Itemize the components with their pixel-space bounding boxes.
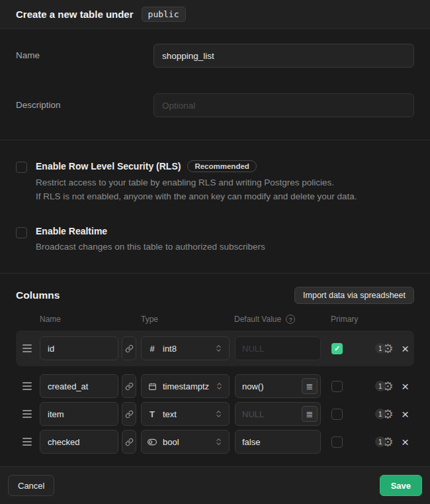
default-value-field: ≣: [235, 374, 321, 398]
default-value-field: [235, 336, 321, 360]
delete-column-icon[interactable]: ×: [402, 436, 409, 448]
column-row-id: # int8 ✓ 1 ⚙ ×: [16, 330, 414, 366]
rls-title-row: Enable Row Level Security (RLS) Recommen…: [36, 160, 357, 172]
column-type-select[interactable]: T text: [141, 402, 230, 426]
column-type-select[interactable]: bool: [141, 430, 230, 454]
columns-section: Columns Import data via spreadsheet Name…: [0, 274, 430, 461]
foreign-key-link-icon[interactable]: [122, 430, 136, 454]
column-type-select[interactable]: timestamptz: [141, 374, 230, 398]
default-value-field: [235, 430, 321, 454]
rls-description-line2: If RLS is not enabled, anyone with the a…: [36, 189, 357, 203]
rls-checkbox[interactable]: [16, 162, 27, 173]
toggle-icon: [148, 438, 157, 446]
default-value-input[interactable]: [236, 375, 302, 397]
calendar-icon: [148, 382, 157, 391]
settings-count-badge: 1: [375, 381, 386, 391]
column-name-input[interactable]: [40, 336, 118, 360]
suggestions-list-icon[interactable]: ≣: [302, 406, 318, 422]
modal-footer: Cancel Save: [0, 466, 430, 504]
name-row: Name: [16, 44, 414, 68]
drag-handle-icon[interactable]: [22, 410, 32, 418]
delete-column-icon[interactable]: ×: [402, 342, 409, 355]
rls-description-line1: Restrict access to your table by enablin…: [36, 176, 357, 189]
table-name-input[interactable]: [153, 44, 414, 68]
primary-checkbox[interactable]: [331, 381, 343, 392]
rls-label: Enable Row Level Security (RLS): [36, 161, 181, 172]
column-table-headers: Name Type Default Value ? Primary: [16, 313, 414, 325]
realtime-title-row: Enable Realtime: [36, 226, 265, 236]
column-name-input[interactable]: [40, 430, 118, 454]
rls-option: Enable Row Level Security (RLS) Recommen…: [16, 160, 414, 203]
cancel-button[interactable]: Cancel: [8, 475, 54, 496]
default-value-field: ≣: [235, 402, 321, 426]
drag-handle-icon[interactable]: [22, 382, 32, 390]
description-label: Description: [16, 93, 153, 117]
primary-checkbox-checked[interactable]: ✓: [331, 343, 343, 354]
chevron-up-down-icon: [214, 344, 223, 353]
delete-column-icon[interactable]: ×: [402, 408, 409, 421]
column-row-item: T text ≣ 1 ⚙ ×: [16, 400, 414, 428]
options-section: Enable Row Level Security (RLS) Recommen…: [0, 140, 430, 273]
drag-handle-icon[interactable]: [22, 344, 32, 352]
default-value-input[interactable]: [236, 403, 302, 425]
create-table-modal: Create a new table under public Name Des…: [0, 0, 430, 504]
chevron-up-down-icon: [215, 381, 224, 391]
foreign-key-link-icon[interactable]: [122, 374, 136, 398]
settings-count-badge: 1: [375, 436, 386, 447]
description-row: Description: [16, 93, 414, 117]
header-type: Type: [141, 315, 234, 324]
column-name-input[interactable]: [40, 374, 118, 398]
foreign-key-link-icon[interactable]: [122, 402, 136, 426]
default-value-input: [236, 337, 318, 360]
columns-title: Columns: [16, 289, 60, 301]
realtime-description: Broadcast changes on this table to autho…: [36, 240, 265, 254]
save-button[interactable]: Save: [380, 475, 422, 496]
header-default-value: Default Value: [234, 315, 281, 324]
primary-checkbox[interactable]: [331, 436, 343, 448]
foreign-key-link-icon[interactable]: [122, 336, 136, 360]
settings-count-badge: 1: [375, 343, 386, 354]
column-type-select[interactable]: # int8: [141, 336, 230, 360]
text-icon: T: [148, 409, 157, 419]
name-label: Name: [16, 44, 153, 68]
column-name-input[interactable]: [40, 402, 118, 426]
header-primary: Primary: [331, 315, 358, 324]
table-details-section: Name Description: [0, 29, 430, 140]
realtime-option: Enable Realtime Broadcast changes on thi…: [16, 226, 414, 254]
help-icon[interactable]: ?: [286, 315, 295, 324]
column-row-checked: bool 1 ⚙ ×: [16, 428, 414, 456]
suggestions-list-icon[interactable]: ≣: [302, 378, 318, 394]
realtime-checkbox[interactable]: [16, 227, 27, 238]
hash-icon: #: [148, 344, 157, 354]
table-description-input[interactable]: [153, 93, 414, 117]
header-name: Name: [40, 315, 141, 324]
delete-column-icon[interactable]: ×: [402, 380, 409, 393]
modal-header: Create a new table under public: [0, 0, 430, 29]
primary-checkbox[interactable]: [331, 409, 343, 420]
columns-header: Columns Import data via spreadsheet: [16, 287, 414, 304]
chevron-up-down-icon: [214, 437, 223, 446]
settings-count-badge: 1: [375, 409, 386, 419]
default-value-input[interactable]: [236, 430, 318, 453]
import-spreadsheet-button[interactable]: Import data via spreadsheet: [294, 287, 414, 304]
column-row-created-at: timestamptz ≣ 1 ⚙ ×: [16, 372, 414, 400]
chevron-up-down-icon: [214, 409, 223, 419]
schema-badge: public: [142, 7, 186, 22]
realtime-label: Enable Realtime: [36, 226, 107, 236]
recommended-badge: Recommended: [187, 160, 256, 172]
modal-title: Create a new table under: [16, 9, 134, 20]
drag-handle-icon[interactable]: [22, 438, 32, 446]
